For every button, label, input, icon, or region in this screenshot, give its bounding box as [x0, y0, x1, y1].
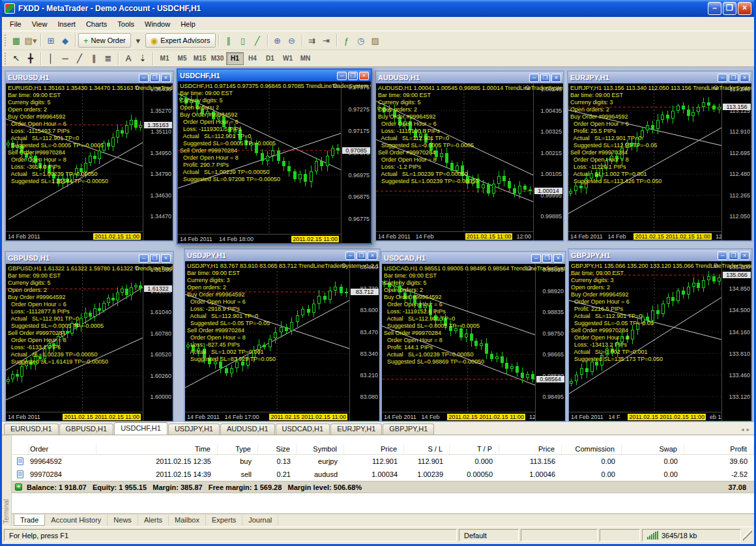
toolbar-grip[interactable] — [5, 53, 7, 65]
order-row[interactable]: 999645922011.02.15 12:35buy0.13eurjpy112… — [12, 455, 754, 468]
chart-maximize-button[interactable]: ❐ — [540, 74, 550, 82]
resize-grip[interactable] — [743, 529, 752, 541]
menu-window[interactable]: Window — [139, 18, 175, 30]
chart-minimize-button[interactable]: – — [531, 254, 541, 263]
status-profile[interactable]: Default — [459, 529, 519, 541]
profiles-icon[interactable]: ▤▾ — [23, 33, 38, 48]
chart-tab-audusd[interactable]: AUDUSD,H1 — [220, 424, 275, 435]
column-header-size[interactable]: Size — [258, 444, 297, 454]
chart-plot-area[interactable]: AUDUSD,H1 1.00041 1.00545 0.99885 1.0001… — [376, 83, 533, 240]
terminal-tab-journal[interactable]: Journal — [242, 515, 278, 526]
column-header-tp[interactable]: T / P — [450, 444, 499, 454]
chart-maximize-button[interactable]: ❐ — [150, 254, 160, 263]
chart-shift-icon[interactable]: ⇥ — [319, 33, 334, 48]
chart-plot-area[interactable]: EURUSD,H1 1.35163 1.35430 1.34470 1.3516… — [6, 83, 143, 240]
candlestick-chart-icon[interactable]: ▯ — [236, 33, 250, 48]
chart-minimize-button[interactable]: – — [139, 254, 149, 263]
chart-window-usdjpy[interactable]: USDJPY,H1–❐×USDJPY,H1 83.767 83.910 83.0… — [184, 248, 381, 422]
zoom-out-icon[interactable]: ⊖ — [285, 33, 299, 48]
column-header-price2[interactable]: Price — [499, 444, 562, 454]
column-header-price[interactable]: Price — [344, 444, 404, 454]
timeframe-m30[interactable]: M30 — [209, 52, 226, 65]
menu-file[interactable]: File — [5, 18, 27, 30]
chart-tab-eurusd[interactable]: EURUSD,H1 — [4, 424, 59, 435]
chart-plot-area[interactable]: GBPUSD,H1 1.61322 1.61322 1.59780 1.6132… — [6, 264, 143, 421]
chart-close-button[interactable]: × — [359, 72, 369, 80]
column-header-swap[interactable]: Swap — [622, 444, 684, 454]
chart-maximize-button[interactable]: ❐ — [150, 74, 160, 82]
horizontal-line-icon[interactable]: ─ — [58, 51, 72, 66]
chart-plot-area[interactable]: GBPJPY,H1 135.066 135.200 133.120 135.06… — [569, 261, 721, 421]
chart-tab-usdjpy[interactable]: USDJPY,H1 — [168, 424, 220, 435]
text-icon[interactable]: A — [121, 51, 136, 66]
templates-icon[interactable]: ▨ — [368, 33, 383, 48]
chart-minimize-button[interactable]: – — [337, 72, 347, 80]
minimize-button[interactable]: – — [708, 2, 721, 15]
arrows-icon[interactable]: ⇣ — [136, 51, 150, 66]
column-header-type[interactable]: Type — [218, 444, 258, 454]
menu-help[interactable]: Help — [175, 18, 201, 30]
chart-close-button[interactable]: × — [161, 254, 171, 263]
fibonacci-icon[interactable]: ≣ — [101, 51, 115, 66]
new-order-dropdown-icon[interactable]: ▾ — [131, 33, 145, 48]
chart-minimize-button[interactable]: – — [529, 74, 539, 82]
chart-title-bar[interactable]: EURUSD,H1–❐× — [6, 72, 173, 83]
timeframe-h1[interactable]: H1 — [226, 52, 244, 65]
new-order-button[interactable]: +New Order — [78, 33, 131, 48]
channel-icon[interactable]: ∥ — [87, 51, 101, 66]
time-axis[interactable]: 14 Feb 20112011.02.15 11:00 — [6, 231, 143, 240]
chart-minimize-button[interactable]: – — [718, 251, 727, 260]
tab-scroll-left-icon[interactable]: ◂ — [741, 426, 744, 433]
terminal-tab-alerts[interactable]: Alerts — [138, 515, 169, 526]
column-header-order[interactable]: Order — [29, 444, 96, 454]
bar-chart-icon[interactable]: ∥ — [222, 33, 236, 48]
chart-tab-usdchf[interactable]: USDCHF,H1 — [114, 422, 167, 435]
chart-maximize-button[interactable]: ❐ — [729, 251, 738, 260]
column-header-time[interactable]: Time — [96, 444, 218, 454]
timeframe-mn[interactable]: MN — [297, 52, 314, 65]
time-axis[interactable]: 14 Feb 2011 14 Feb 17:002011.02.15 2011.… — [185, 412, 349, 421]
timeframe-h4[interactable]: H4 — [244, 52, 261, 65]
menu-view[interactable]: View — [27, 18, 53, 30]
chart-tab-eurjpy[interactable]: EURJPY,H1 — [330, 424, 382, 435]
chart-window-gbpjpy[interactable]: GBPJPY,H1–❐×GBPJPY,H1 135.066 135.200 13… — [568, 248, 753, 422]
chart-plot-area[interactable]: EURJPY,H1 113.156 113.340 112.050 113.15… — [568, 83, 721, 240]
chart-minimize-button[interactable]: – — [345, 251, 355, 260]
navigator-icon[interactable]: ◆ — [58, 33, 72, 48]
indicators-icon[interactable]: ƒ — [340, 33, 354, 48]
tab-scroll-right-icon[interactable]: ▸ — [746, 426, 749, 433]
chart-plot-area[interactable]: USDCAD,H1 0.98551 0.99005 0.98495 0.9856… — [382, 264, 535, 421]
trendline-icon[interactable]: ╱ — [72, 51, 87, 66]
chart-maximize-button[interactable]: ❐ — [356, 251, 366, 260]
new-chart-icon[interactable]: ▦ — [9, 33, 23, 48]
chart-minimize-button[interactable]: – — [139, 74, 149, 82]
chart-title-bar[interactable]: AUDUSD,H1–❐× — [376, 72, 563, 83]
chart-title-bar[interactable]: USDCAD,H1–❐× — [382, 252, 565, 264]
chart-tab-gbpusd[interactable]: GBPUSD,H1 — [59, 424, 114, 435]
timeframe-m5[interactable]: M5 — [173, 52, 191, 65]
chart-close-button[interactable]: × — [161, 74, 171, 82]
chart-close-button[interactable]: × — [551, 74, 561, 82]
expert-advisors-button[interactable]: ◉Expert Advisors — [145, 33, 216, 48]
periods-icon[interactable]: ◷ — [354, 33, 368, 48]
timeframe-m1[interactable]: M1 — [156, 52, 173, 65]
line-chart-icon[interactable]: ╱ — [250, 33, 265, 48]
chart-tab-gbpjpy[interactable]: GBPJPY,H1 — [383, 424, 434, 435]
terminal-tab-trade[interactable]: Trade — [14, 515, 45, 526]
time-axis[interactable]: 14 Feb 2011 14 Feb2011.02.15 2011.02.15 … — [568, 231, 721, 240]
timeframe-m15[interactable]: M15 — [191, 52, 209, 65]
chart-title-bar[interactable]: EURJPY,H1–❐× — [568, 72, 751, 83]
chart-close-button[interactable]: × — [740, 74, 749, 82]
chart-plot-area[interactable]: USDCHF,H1 0.97145 0.97375 0.96845 0.9708… — [178, 81, 341, 243]
timeframe-w1[interactable]: W1 — [279, 52, 297, 65]
market-watch-icon[interactable]: ⊞ — [44, 33, 58, 48]
timeframe-d1[interactable]: D1 — [261, 52, 279, 65]
chart-window-usdcad[interactable]: USDCAD,H1–❐×USDCAD,H1 0.98551 0.99005 0.… — [381, 251, 566, 422]
terminal-tab-experts[interactable]: Experts — [206, 515, 242, 526]
toolbar-grip[interactable] — [5, 35, 7, 46]
time-axis[interactable]: 14 Feb 2011 14 Feb2011.02.15 11:0012:00 — [376, 231, 533, 240]
terminal-tab-account-history[interactable]: Account History — [45, 515, 108, 526]
terminal-tab-news[interactable]: News — [108, 515, 138, 526]
order-row[interactable]: 999702842011.02.15 14:39sell0.21audusd1.… — [12, 468, 754, 481]
chart-title-bar[interactable]: USDJPY,H1–❐× — [185, 250, 379, 261]
